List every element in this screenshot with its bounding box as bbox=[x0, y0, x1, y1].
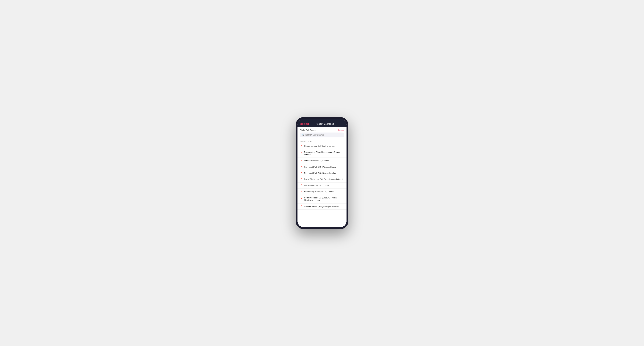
course-list: 📍Central London Golf Centre, London📍Roeh… bbox=[298, 143, 346, 223]
nearby-section-label: Nearby courses bbox=[298, 139, 346, 143]
find-label: Find a Golf Course bbox=[300, 129, 316, 131]
course-name: Roehampton Club - Roehampton, Greater Lo… bbox=[304, 151, 344, 156]
search-icon: 🔍 bbox=[302, 134, 304, 136]
nav-bar: clippd Recent Searches bbox=[298, 121, 346, 127]
list-item[interactable]: 📍Brent Valley Municipal GC, London bbox=[298, 189, 346, 195]
search-box: 🔍 bbox=[300, 133, 344, 137]
list-item[interactable]: 📍North Middlesex GC (1011942 - North Mid… bbox=[298, 195, 346, 203]
course-name: Dukes Meadows GC, London bbox=[304, 184, 329, 187]
list-item[interactable]: 📍Richmond Park GC - Duke's, London bbox=[298, 170, 346, 176]
course-name: Coombe Hill GC, Kingston upon Thames bbox=[304, 205, 339, 208]
pin-icon: 📍 bbox=[300, 184, 302, 186]
list-item[interactable]: 📍Roehampton Club - Roehampton, Greater L… bbox=[298, 149, 346, 158]
list-item[interactable]: 📍Dukes Meadows GC, London bbox=[298, 182, 346, 189]
phone-frame: clippd Recent Searches Find a Golf Cours… bbox=[296, 117, 348, 229]
list-item[interactable]: 📍Coombe Hill GC, Kingston upon Thames bbox=[298, 203, 346, 210]
course-name: London Scottish GC, London bbox=[304, 160, 329, 162]
app-logo: clippd bbox=[300, 122, 309, 126]
pin-icon: 📍 bbox=[300, 190, 302, 193]
pin-icon: 📍 bbox=[300, 152, 302, 155]
pin-icon: 📍 bbox=[300, 145, 302, 147]
menu-icon[interactable] bbox=[340, 123, 344, 125]
search-input[interactable] bbox=[305, 134, 342, 136]
course-name: Richmond Park GC - Prince's, Surrey bbox=[304, 166, 336, 168]
nav-title: Recent Searches bbox=[316, 123, 334, 125]
find-header: Find a Golf Course Cancel bbox=[298, 127, 346, 133]
list-item[interactable]: 📍Central London Golf Centre, London bbox=[298, 143, 346, 149]
course-name: Central London Golf Centre, London bbox=[304, 145, 335, 147]
cancel-button[interactable]: Cancel bbox=[338, 129, 344, 131]
pin-icon: 📍 bbox=[300, 172, 302, 174]
content-area: Find a Golf Course Cancel 🔍 Nearby cours… bbox=[298, 127, 346, 223]
menu-line-2 bbox=[340, 124, 344, 124]
pin-icon: 📍 bbox=[300, 166, 302, 168]
menu-line-1 bbox=[340, 123, 344, 123]
phone-screen: clippd Recent Searches Find a Golf Cours… bbox=[298, 119, 346, 227]
list-item[interactable]: 📍Royal Wimbledon GC, Great London Author… bbox=[298, 176, 346, 182]
menu-line-3 bbox=[340, 125, 344, 125]
course-name: North Middlesex GC (1011942 - North Midd… bbox=[304, 196, 344, 202]
list-item[interactable]: 📍London Scottish GC, London bbox=[298, 158, 346, 164]
course-name: Royal Wimbledon GC, Great London Authori… bbox=[304, 178, 344, 180]
list-item[interactable]: 📍Richmond Park GC - Prince's, Surrey bbox=[298, 164, 346, 170]
status-bar bbox=[298, 119, 346, 121]
home-bar bbox=[315, 225, 329, 225]
course-name: Richmond Park GC - Duke's, London bbox=[304, 172, 336, 174]
pin-icon: 📍 bbox=[300, 198, 302, 200]
pin-icon: 📍 bbox=[300, 178, 302, 180]
home-indicator bbox=[298, 223, 346, 227]
course-name: Brent Valley Municipal GC, London bbox=[304, 190, 334, 193]
pin-icon: 📍 bbox=[300, 205, 302, 207]
search-container: 🔍 bbox=[298, 133, 346, 139]
pin-icon: 📍 bbox=[300, 160, 302, 162]
